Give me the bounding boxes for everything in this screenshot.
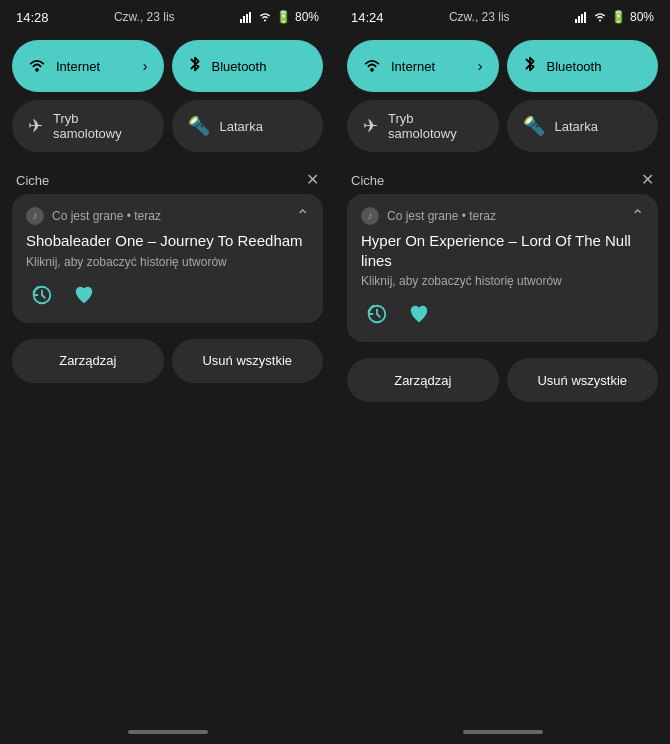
tile-airplane-left[interactable]: ✈ Tryb samolotowy <box>12 100 164 152</box>
airplane-tile-icon-right: ✈ <box>363 115 378 137</box>
tile-bluetooth-left[interactable]: Bluetooth <box>172 40 324 92</box>
notif-subtitle-left: Kliknij, aby zobaczyć historię utworów <box>26 255 309 269</box>
notif-subtitle-right: Kliknij, aby zobaczyć historię utworów <box>361 274 644 288</box>
tile-internet-label-left: Internet <box>56 59 100 74</box>
signal-icon-left <box>240 11 254 23</box>
battery-pct-right: 80% <box>630 10 654 24</box>
notif-like-btn-right[interactable] <box>403 298 435 330</box>
svg-point-11 <box>599 19 601 21</box>
battery-right: 🔋 <box>611 10 626 24</box>
notif-actions-right <box>361 298 644 330</box>
svg-rect-1 <box>243 16 245 23</box>
battery-left: 🔋 <box>276 10 291 24</box>
tile-bluetooth-right[interactable]: Bluetooth <box>507 40 659 92</box>
notif-app-icon-left: ♪ <box>26 207 44 225</box>
manage-btn-left[interactable]: Zarządzaj <box>12 339 164 383</box>
panel-right: 14:24 Czw., 23 lis 🔋 80% <box>335 0 670 744</box>
notif-history-btn-right[interactable] <box>361 298 393 330</box>
bluetooth-tile-icon-left <box>188 55 202 78</box>
tile-internet-label-right: Internet <box>391 59 435 74</box>
clear-btn-right[interactable]: Usuń wszystkie <box>507 358 659 402</box>
tiles-grid-right: Internet › Bluetooth ✈ Tryb samolotowy 🔦… <box>335 32 670 160</box>
tile-internet-arrow-right: › <box>478 58 483 74</box>
notif-actions-left <box>26 279 309 311</box>
history-icon-left <box>31 284 53 306</box>
notification-section-right: Ciche ✕ ♪ Co jest grane • teraz ⌃ Hyper … <box>347 164 658 352</box>
notif-song-title-left: Shobaleader One – Journey To Reedham <box>26 231 309 251</box>
notif-expand-right[interactable]: ⌃ <box>631 206 644 225</box>
svg-point-12 <box>370 68 374 72</box>
status-bar-right: 14:24 Czw., 23 lis 🔋 80% <box>335 0 670 32</box>
tile-airplane-label-right: Tryb samolotowy <box>388 111 483 141</box>
status-icons-right: 🔋 80% <box>575 10 654 24</box>
manage-btn-right[interactable]: Zarządzaj <box>347 358 499 402</box>
wifi-icon-right <box>593 11 607 23</box>
status-bar-left: 14:28 Czw., 23 lis 🔋 80% <box>0 0 335 32</box>
tile-internet-left[interactable]: Internet › <box>12 40 164 92</box>
heart-icon-right <box>408 303 430 325</box>
svg-point-4 <box>264 19 266 21</box>
status-icons-left: 🔋 80% <box>240 10 319 24</box>
svg-rect-0 <box>240 19 242 23</box>
bottom-buttons-left: Zarządzaj Usuń wszystkie <box>0 339 335 383</box>
notif-top-left: ♪ Co jest grane • teraz ⌃ <box>26 206 309 225</box>
notif-header-right: Ciche ✕ <box>347 164 658 194</box>
status-time-right: 14:24 <box>351 10 384 25</box>
signal-icon-right <box>575 11 589 23</box>
notif-history-btn-left[interactable] <box>26 279 58 311</box>
tiles-grid-left: Internet › Bluetooth ✈ Tryb samolotowy 🔦… <box>0 32 335 160</box>
svg-rect-10 <box>584 12 586 23</box>
notif-section-title-right: Ciche <box>351 173 384 188</box>
notif-app-icon-right: ♪ <box>361 207 379 225</box>
svg-rect-3 <box>249 12 251 23</box>
home-bar-left <box>128 730 208 734</box>
notif-top-right: ♪ Co jest grane • teraz ⌃ <box>361 206 644 225</box>
notif-card-right: ♪ Co jest grane • teraz ⌃ Hyper On Exper… <box>347 194 658 342</box>
tile-torch-label-right: Latarka <box>555 119 598 134</box>
notif-card-left: ♪ Co jest grane • teraz ⌃ Shobaleader On… <box>12 194 323 323</box>
home-bar-right <box>463 730 543 734</box>
heart-icon-left <box>73 284 95 306</box>
tile-airplane-label-left: Tryb samolotowy <box>53 111 148 141</box>
bluetooth-tile-icon-right <box>523 55 537 78</box>
notif-app-label-right: Co jest grane • teraz <box>387 209 496 223</box>
notif-app-label-left: Co jest grane • teraz <box>52 209 161 223</box>
svg-rect-7 <box>575 19 577 23</box>
tile-torch-left[interactable]: 🔦 Latarka <box>172 100 324 152</box>
notif-close-left[interactable]: ✕ <box>306 172 319 188</box>
torch-tile-icon-right: 🔦 <box>523 115 545 137</box>
wifi-tile-icon-left <box>28 56 46 77</box>
wifi-tile-icon-right <box>363 56 381 77</box>
panel-left: 14:28 Czw., 23 lis 🔋 80% <box>0 0 335 744</box>
notif-song-title-right: Hyper On Experience – Lord Of The Null l… <box>361 231 644 270</box>
torch-tile-icon-left: 🔦 <box>188 115 210 137</box>
notif-section-title-left: Ciche <box>16 173 49 188</box>
notif-app-row-left: ♪ Co jest grane • teraz <box>26 207 161 225</box>
notif-close-right[interactable]: ✕ <box>641 172 654 188</box>
notif-header-left: Ciche ✕ <box>12 164 323 194</box>
battery-pct-left: 80% <box>295 10 319 24</box>
svg-rect-9 <box>581 14 583 23</box>
bottom-buttons-right: Zarządzaj Usuń wszystkie <box>335 358 670 402</box>
wifi-icon-left <box>258 11 272 23</box>
notif-expand-left[interactable]: ⌃ <box>296 206 309 225</box>
tile-torch-right[interactable]: 🔦 Latarka <box>507 100 659 152</box>
status-day-left: Czw., 23 lis <box>114 10 175 24</box>
airplane-tile-icon-left: ✈ <box>28 115 43 137</box>
tile-bluetooth-label-left: Bluetooth <box>212 59 267 74</box>
svg-point-5 <box>35 68 39 72</box>
clear-btn-left[interactable]: Usuń wszystkie <box>172 339 324 383</box>
status-day-right: Czw., 23 lis <box>449 10 510 24</box>
svg-rect-2 <box>246 14 248 23</box>
tile-internet-right[interactable]: Internet › <box>347 40 499 92</box>
notif-like-btn-left[interactable] <box>68 279 100 311</box>
status-time-left: 14:28 <box>16 10 49 25</box>
tile-torch-label-left: Latarka <box>220 119 263 134</box>
tile-internet-arrow-left: › <box>143 58 148 74</box>
notification-section-left: Ciche ✕ ♪ Co jest grane • teraz ⌃ Shobal… <box>12 164 323 333</box>
tile-airplane-right[interactable]: ✈ Tryb samolotowy <box>347 100 499 152</box>
svg-rect-8 <box>578 16 580 23</box>
tile-bluetooth-label-right: Bluetooth <box>547 59 602 74</box>
history-icon-right <box>366 303 388 325</box>
notif-app-row-right: ♪ Co jest grane • teraz <box>361 207 496 225</box>
